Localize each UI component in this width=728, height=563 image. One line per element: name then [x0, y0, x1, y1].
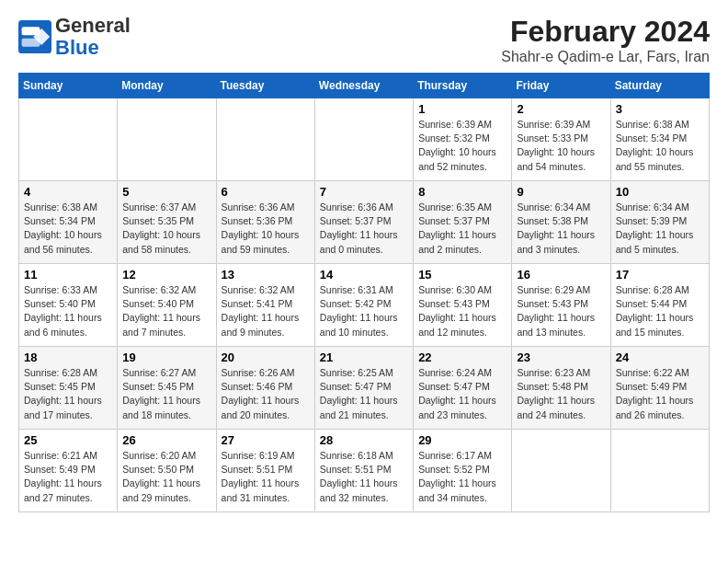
day-detail: Sunrise: 6:18 AM Sunset: 5:51 PM Dayligh… — [320, 449, 408, 505]
day-detail: Sunrise: 6:25 AM Sunset: 5:47 PM Dayligh… — [320, 366, 408, 422]
day-detail: Sunrise: 6:17 AM Sunset: 5:52 PM Dayligh… — [418, 449, 506, 505]
calendar-cell: 5Sunrise: 6:37 AM Sunset: 5:35 PM Daylig… — [118, 181, 216, 264]
day-detail: Sunrise: 6:34 AM Sunset: 5:38 PM Dayligh… — [517, 201, 605, 257]
day-detail: Sunrise: 6:22 AM Sunset: 5:49 PM Dayligh… — [616, 366, 704, 422]
day-number: 15 — [418, 268, 506, 282]
week-row-1: 1Sunrise: 6:39 AM Sunset: 5:32 PM Daylig… — [19, 98, 710, 181]
calendar-cell: 7Sunrise: 6:36 AM Sunset: 5:37 PM Daylig… — [314, 181, 413, 264]
calendar-cell — [610, 430, 709, 512]
calendar-cell: 8Sunrise: 6:35 AM Sunset: 5:37 PM Daylig… — [414, 181, 512, 264]
day-number: 24 — [616, 350, 704, 364]
day-detail: Sunrise: 6:39 AM Sunset: 5:32 PM Dayligh… — [418, 118, 506, 174]
calendar-cell: 20Sunrise: 6:26 AM Sunset: 5:46 PM Dayli… — [216, 347, 314, 430]
calendar-cell: 12Sunrise: 6:32 AM Sunset: 5:40 PM Dayli… — [118, 264, 216, 347]
calendar-cell — [118, 98, 216, 181]
calendar-cell: 23Sunrise: 6:23 AM Sunset: 5:48 PM Dayli… — [512, 347, 610, 430]
day-detail: Sunrise: 6:19 AM Sunset: 5:51 PM Dayligh… — [222, 449, 310, 505]
day-number: 27 — [222, 433, 310, 447]
day-detail: Sunrise: 6:38 AM Sunset: 5:34 PM Dayligh… — [24, 201, 112, 257]
day-detail: Sunrise: 6:32 AM Sunset: 5:40 PM Dayligh… — [122, 283, 210, 339]
day-detail: Sunrise: 6:38 AM Sunset: 5:34 PM Dayligh… — [616, 118, 704, 174]
location-title: Shahr-e Qadim-e Lar, Fars, Iran — [501, 49, 710, 65]
day-number: 13 — [222, 268, 310, 282]
calendar-cell: 14Sunrise: 6:31 AM Sunset: 5:42 PM Dayli… — [314, 264, 413, 347]
day-detail: Sunrise: 6:27 AM Sunset: 5:45 PM Dayligh… — [122, 366, 210, 422]
calendar-cell — [216, 98, 314, 181]
month-title: February 2024 — [501, 15, 710, 49]
day-header-thursday: Thursday — [414, 74, 512, 98]
day-number: 7 — [320, 185, 408, 199]
calendar-cell: 29Sunrise: 6:17 AM Sunset: 5:52 PM Dayli… — [414, 430, 512, 512]
calendar-cell: 3Sunrise: 6:38 AM Sunset: 5:34 PM Daylig… — [610, 98, 709, 181]
day-detail: Sunrise: 6:24 AM Sunset: 5:47 PM Dayligh… — [418, 366, 506, 422]
calendar-cell: 22Sunrise: 6:24 AM Sunset: 5:47 PM Dayli… — [414, 347, 512, 430]
calendar-cell: 9Sunrise: 6:34 AM Sunset: 5:38 PM Daylig… — [512, 181, 610, 264]
calendar-cell: 28Sunrise: 6:18 AM Sunset: 5:51 PM Dayli… — [314, 430, 413, 512]
day-header-friday: Friday — [512, 74, 610, 98]
day-detail: Sunrise: 6:28 AM Sunset: 5:44 PM Dayligh… — [616, 283, 704, 339]
logo: General Blue — [18, 15, 131, 59]
day-number: 22 — [418, 350, 506, 364]
calendar-cell: 19Sunrise: 6:27 AM Sunset: 5:45 PM Dayli… — [118, 347, 216, 430]
calendar-cell — [314, 98, 413, 181]
day-number: 12 — [122, 268, 210, 282]
calendar-cell — [19, 98, 118, 181]
day-detail: Sunrise: 6:37 AM Sunset: 5:35 PM Dayligh… — [122, 201, 210, 257]
week-row-3: 11Sunrise: 6:33 AM Sunset: 5:40 PM Dayli… — [19, 264, 710, 347]
day-number: 25 — [24, 433, 112, 447]
day-number: 11 — [24, 268, 112, 282]
day-number: 8 — [418, 185, 506, 199]
calendar-cell: 15Sunrise: 6:30 AM Sunset: 5:43 PM Dayli… — [414, 264, 512, 347]
calendar-cell: 25Sunrise: 6:21 AM Sunset: 5:49 PM Dayli… — [19, 430, 118, 512]
day-number: 26 — [122, 433, 210, 447]
day-number: 10 — [616, 185, 704, 199]
day-number: 9 — [517, 185, 605, 199]
calendar-cell: 26Sunrise: 6:20 AM Sunset: 5:50 PM Dayli… — [118, 430, 216, 512]
day-number: 19 — [122, 350, 210, 364]
day-number: 5 — [122, 185, 210, 199]
day-number: 6 — [222, 185, 310, 199]
day-header-sunday: Sunday — [19, 74, 118, 98]
day-detail: Sunrise: 6:23 AM Sunset: 5:48 PM Dayligh… — [517, 366, 605, 422]
day-number: 29 — [418, 433, 506, 447]
calendar-cell: 11Sunrise: 6:33 AM Sunset: 5:40 PM Dayli… — [19, 264, 118, 347]
calendar-cell: 17Sunrise: 6:28 AM Sunset: 5:44 PM Dayli… — [610, 264, 709, 347]
week-row-2: 4Sunrise: 6:38 AM Sunset: 5:34 PM Daylig… — [19, 181, 710, 264]
day-number: 1 — [418, 102, 506, 116]
calendar-cell: 16Sunrise: 6:29 AM Sunset: 5:43 PM Dayli… — [512, 264, 610, 347]
calendar-cell: 24Sunrise: 6:22 AM Sunset: 5:49 PM Dayli… — [610, 347, 709, 430]
calendar-cell: 10Sunrise: 6:34 AM Sunset: 5:39 PM Dayli… — [610, 181, 709, 264]
calendar-cell: 2Sunrise: 6:39 AM Sunset: 5:33 PM Daylig… — [512, 98, 610, 181]
day-header-tuesday: Tuesday — [216, 74, 314, 98]
day-number: 23 — [517, 350, 605, 364]
day-number: 2 — [517, 102, 605, 116]
logo-icon — [18, 20, 51, 53]
svg-rect-2 — [22, 27, 40, 35]
day-number: 14 — [320, 268, 408, 282]
day-number: 18 — [24, 350, 112, 364]
day-detail: Sunrise: 6:29 AM Sunset: 5:43 PM Dayligh… — [517, 283, 605, 339]
day-detail: Sunrise: 6:32 AM Sunset: 5:41 PM Dayligh… — [222, 283, 310, 339]
title-area: February 2024 Shahr-e Qadim-e Lar, Fars,… — [501, 15, 710, 65]
day-number: 17 — [616, 268, 704, 282]
header: General Blue February 2024 Shahr-e Qadim… — [18, 15, 710, 65]
day-detail: Sunrise: 6:28 AM Sunset: 5:45 PM Dayligh… — [24, 366, 112, 422]
day-detail: Sunrise: 6:39 AM Sunset: 5:33 PM Dayligh… — [517, 118, 605, 174]
logo-text: General Blue — [55, 15, 131, 59]
calendar-cell: 21Sunrise: 6:25 AM Sunset: 5:47 PM Dayli… — [314, 347, 413, 430]
svg-rect-3 — [22, 39, 40, 47]
day-number: 16 — [517, 268, 605, 282]
day-number: 3 — [616, 102, 704, 116]
calendar-table: SundayMondayTuesdayWednesdayThursdayFrid… — [18, 73, 710, 512]
day-detail: Sunrise: 6:36 AM Sunset: 5:37 PM Dayligh… — [320, 201, 408, 257]
day-number: 21 — [320, 350, 408, 364]
day-detail: Sunrise: 6:34 AM Sunset: 5:39 PM Dayligh… — [616, 201, 704, 257]
calendar-cell: 4Sunrise: 6:38 AM Sunset: 5:34 PM Daylig… — [19, 181, 118, 264]
week-row-5: 25Sunrise: 6:21 AM Sunset: 5:49 PM Dayli… — [19, 430, 710, 512]
day-number: 28 — [320, 433, 408, 447]
day-header-saturday: Saturday — [610, 74, 709, 98]
day-detail: Sunrise: 6:31 AM Sunset: 5:42 PM Dayligh… — [320, 283, 408, 339]
calendar-cell: 6Sunrise: 6:36 AM Sunset: 5:36 PM Daylig… — [216, 181, 314, 264]
day-detail: Sunrise: 6:36 AM Sunset: 5:36 PM Dayligh… — [222, 201, 310, 257]
calendar-cell: 1Sunrise: 6:39 AM Sunset: 5:32 PM Daylig… — [414, 98, 512, 181]
